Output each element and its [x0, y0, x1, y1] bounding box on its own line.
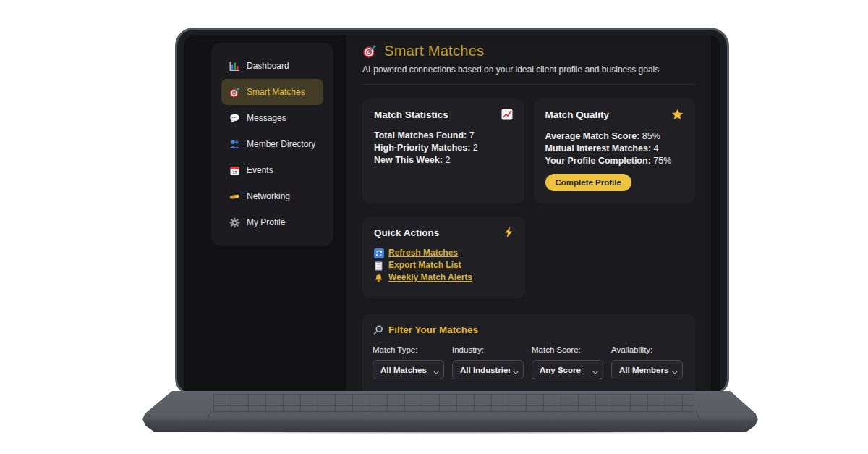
sidebar-item-label: Messages — [247, 113, 286, 123]
availability-select[interactable]: All Members — [611, 360, 683, 379]
quick-actions-card: Quick Actions Refresh Matches — [362, 217, 525, 298]
stats-cards-row: Match Statistics Total Matches Found: 7 … — [362, 98, 695, 203]
page-title: Smart Matches — [384, 43, 484, 59]
svg-text:17: 17 — [232, 169, 237, 174]
complete-profile-button[interactable]: Complete Profile — [545, 174, 631, 191]
export-match-list-link[interactable]: Export Match List — [374, 259, 514, 272]
stat-mutual-interest: Mutual Interest Matches: 4 — [545, 143, 684, 155]
stat-high-priority: High-Priority Matches: 2 — [374, 142, 513, 154]
filter-section: Filter Your Matches Match Type: All Matc… — [362, 314, 695, 392]
stat-total-matches: Total Matches Found: 7 — [374, 130, 513, 142]
sidebar-item-label: Dashboard — [247, 61, 289, 71]
filter-group-industry: Industry: All Industries — [452, 345, 524, 379]
card-title: Match Statistics — [374, 109, 448, 120]
refresh-matches-link[interactable]: Refresh Matches — [374, 247, 514, 259]
sidebar-item-label: Events — [247, 165, 273, 175]
sidebar-item-label: My Profile — [247, 217, 285, 227]
sidebar-item-label: Member Directory — [247, 139, 315, 149]
sidebar-item-smart-matches[interactable]: Smart Matches — [221, 79, 323, 105]
match-score-select[interactable]: Any Score — [532, 360, 603, 379]
main-content: Smart Matches AI-powered connections bas… — [346, 35, 711, 392]
keyboard-edge-line — [695, 410, 700, 419]
bell-icon — [374, 273, 384, 283]
target-icon — [362, 43, 378, 59]
magnifier-icon — [373, 324, 383, 335]
sidebar-item-dashboard[interactable]: Dashboard — [221, 53, 323, 79]
sidebar-item-label: Networking — [247, 191, 290, 201]
gear-icon — [229, 217, 240, 228]
sidebar-item-my-profile[interactable]: My Profile — [221, 209, 323, 235]
filter-controls: Match Type: All Matches Industry: All In… — [373, 345, 685, 379]
refresh-icon — [374, 248, 384, 258]
bar-chart-icon — [229, 60, 240, 72]
laptop-keyboard — [213, 394, 694, 412]
action-link-label: Refresh Matches — [388, 247, 458, 259]
match-statistics-card: Match Statistics Total Matches Found: 7 … — [362, 98, 524, 203]
sidebar-item-networking[interactable]: Networking — [221, 183, 323, 209]
card-title: Quick Actions — [374, 227, 439, 238]
filter-group-availability: Availability: All Members — [611, 345, 683, 379]
sidebar-item-events[interactable]: 17 Events — [221, 157, 323, 183]
card-title: Match Quality — [545, 109, 610, 120]
filter-title: Filter Your Matches — [388, 324, 478, 335]
lightning-icon — [503, 227, 514, 238]
laptop-screen: Dashboard Smart Matches Messages — [175, 28, 729, 395]
header-divider — [362, 84, 695, 85]
filter-label: Match Score: — [532, 345, 603, 354]
weekly-match-alerts-link[interactable]: Weekly Match Alerts — [374, 272, 514, 284]
target-icon — [229, 86, 240, 98]
filter-label: Match Type: — [373, 345, 444, 354]
keyboard-edge-line — [207, 410, 212, 419]
clipboard-icon — [374, 261, 384, 271]
sidebar: Dashboard Smart Matches Messages — [211, 43, 333, 246]
laptop-mockup: Dashboard Smart Matches Messages — [0, 0, 868, 454]
stat-new-this-week: New This Week: 2 — [374, 154, 513, 167]
filter-label: Industry: — [452, 345, 524, 354]
page-header: Smart Matches — [362, 43, 695, 59]
stat-profile-completion: Your Profile Completion: 75% — [545, 155, 684, 167]
sidebar-item-messages[interactable]: Messages — [221, 105, 323, 131]
action-link-label: Weekly Match Alerts — [388, 272, 472, 284]
speech-bubble-icon — [229, 112, 240, 124]
filter-label: Availability: — [611, 345, 683, 354]
laptop-base — [142, 391, 758, 432]
handshake-icon — [229, 190, 240, 202]
page-subtitle: AI-powered connections based on your ide… — [362, 64, 695, 75]
filter-group-match-type: Match Type: All Matches — [373, 345, 444, 379]
sidebar-item-label: Smart Matches — [247, 87, 305, 97]
industry-select[interactable]: All Industries — [452, 360, 524, 379]
filter-group-match-score: Match Score: Any Score — [532, 345, 603, 379]
match-type-select[interactable]: All Matches — [373, 360, 444, 379]
chart-increasing-icon — [501, 109, 513, 120]
action-link-label: Export Match List — [388, 259, 461, 272]
star-icon — [671, 109, 684, 121]
calendar-icon: 17 — [229, 164, 240, 176]
app-window: Dashboard Smart Matches Messages — [184, 35, 720, 392]
stat-average-score: Average Match Score: 85% — [545, 130, 684, 143]
sidebar-item-member-directory[interactable]: Member Directory — [221, 131, 323, 157]
match-quality-card: Match Quality Average Match Score: 85% M… — [534, 98, 696, 203]
people-icon — [229, 138, 240, 150]
